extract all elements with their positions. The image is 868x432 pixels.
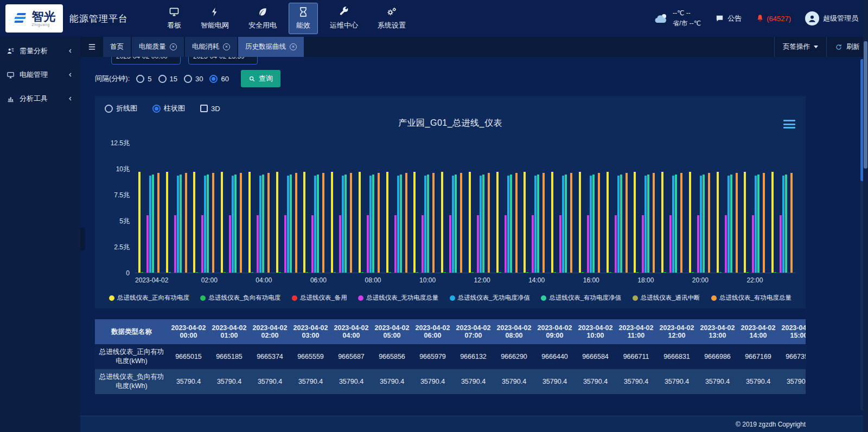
bar — [267, 173, 270, 273]
bar — [311, 215, 314, 273]
tab-energy-consumption[interactable]: 电能消耗 — [185, 37, 237, 57]
bar — [587, 215, 589, 273]
bar — [727, 176, 730, 273]
chevron-left-icon — [67, 95, 74, 102]
interval-filter-row: 间隔(分钟): 5 15 30 60 — [95, 70, 868, 87]
bar — [207, 175, 209, 273]
bar — [224, 272, 226, 273]
sidebar-item-analysis-tools[interactable]: 分析工具 — [0, 87, 80, 111]
bar — [344, 175, 347, 273]
legend-dot-icon — [633, 295, 638, 301]
radio-icon[interactable] — [158, 75, 167, 83]
legend-item[interactable]: 总进线仪表_无功电度净值 — [450, 294, 530, 302]
close-icon[interactable] — [223, 43, 230, 50]
bar — [532, 215, 534, 273]
bar-group — [713, 143, 741, 273]
end-date-input[interactable]: 2023-04-02 23:59 — [188, 57, 258, 65]
nav-item-system-settings[interactable]: 系统设置 — [370, 3, 413, 34]
bar — [394, 215, 397, 273]
interval-option-5[interactable]: 5 — [136, 75, 151, 83]
chevron-left-icon — [67, 48, 74, 54]
radio-icon[interactable] — [105, 105, 113, 113]
start-date-input[interactable]: 2023-04-02 00:00 — [111, 57, 181, 65]
close-icon[interactable] — [290, 43, 297, 50]
close-icon[interactable] — [170, 43, 177, 50]
bar — [276, 172, 278, 273]
chevron-left-icon — [67, 72, 74, 78]
tab-power-quality[interactable]: 电能质量 — [132, 37, 184, 57]
nav-item-energy-efficiency[interactable]: 能效 — [289, 3, 318, 34]
sidebar-item-demand-analysis[interactable]: 需量分析 — [0, 39, 80, 63]
table-cell: 35790.4 — [372, 369, 412, 394]
notice-button[interactable]: 公告 — [715, 14, 742, 23]
bar-group — [768, 143, 796, 273]
legend-item[interactable]: 总进线仪表_无功电度总量 — [358, 294, 438, 302]
nav-item-safe-power[interactable]: 安全用电 — [241, 3, 284, 34]
nav-item-ops-center[interactable]: 运维中心 — [322, 3, 366, 34]
bar — [257, 215, 259, 273]
chart-type-line-option[interactable]: 折线图 — [105, 104, 137, 113]
checkbox-icon[interactable] — [200, 105, 208, 112]
nav-item-dashboard[interactable]: 看板 — [159, 3, 189, 34]
x-tick-label — [441, 276, 468, 284]
legend-item[interactable]: 总进线仪表_通讯中断 — [633, 294, 700, 302]
nav-item-smart-grid[interactable]: 智能电网 — [193, 3, 237, 34]
sidebar-item-label: 需量分析 — [20, 46, 48, 56]
query-button[interactable]: 查询 — [241, 70, 280, 87]
tab-label: 历史数据曲线 — [245, 42, 286, 51]
table-cell: 35790.4 — [290, 369, 331, 394]
legend-dot-icon — [109, 295, 114, 301]
interval-option-30[interactable]: 30 — [184, 75, 203, 83]
legend-item[interactable]: 总进线仪表_有功电度总量 — [711, 294, 792, 302]
bar — [405, 173, 407, 273]
sidebar-item-energy-management[interactable]: 电能管理 — [0, 63, 80, 87]
y-tick-label: 10兆 — [116, 165, 130, 174]
bar — [559, 215, 561, 273]
legend-item[interactable]: 总进线仪表_备用 — [292, 294, 347, 302]
bar — [400, 175, 402, 273]
tab-operations-dropdown[interactable]: 页签操作 — [774, 37, 826, 57]
chart-plot — [135, 143, 796, 273]
table-row-label: 总进线仪表_负向有功电度(kWh) — [95, 369, 168, 394]
chart-type-bar-option[interactable]: 柱状图 — [152, 104, 185, 113]
bar — [626, 173, 628, 273]
table-cell: 9666711 — [616, 344, 656, 369]
chart-export-menu-icon[interactable] — [783, 119, 796, 130]
tab-home[interactable]: 首页 — [103, 37, 131, 57]
chart-3d-option[interactable]: 3D — [200, 105, 220, 113]
radio-icon[interactable] — [184, 75, 192, 83]
bar — [452, 176, 454, 273]
legend-item[interactable]: 总进线仪表_负向有功电度 — [200, 294, 280, 302]
weather-widget[interactable]: --℃ -- 省/市 --℃ — [653, 8, 701, 28]
tab-history-data-curve[interactable]: 历史数据曲线 — [238, 37, 304, 57]
alarm-button[interactable]: (64527) — [756, 14, 791, 23]
search-icon — [248, 75, 256, 82]
bar — [287, 176, 289, 273]
radio-icon[interactable] — [136, 75, 144, 83]
bar — [424, 176, 426, 273]
bell-icon — [756, 14, 764, 23]
bar — [427, 175, 429, 273]
interval-option-15[interactable]: 15 — [158, 75, 177, 83]
bar — [177, 176, 179, 273]
bar — [534, 176, 537, 273]
user-menu[interactable]: 超级管理员 — [805, 11, 858, 25]
legend-item[interactable]: 总进线仪表_有功电度净值 — [541, 294, 621, 302]
legend-item[interactable]: 总进线仪表_正向有功电度 — [109, 294, 189, 302]
table-cell: 35790.4 — [534, 369, 575, 394]
table-header-cell: 2023-04-02 08:00 — [494, 319, 534, 344]
bar — [647, 175, 649, 273]
refresh-button[interactable]: 刷新 — [826, 37, 868, 57]
sidebar-collapse-handle[interactable] — [80, 228, 85, 250]
table-header-cell: 2023-04-02 13:00 — [697, 319, 738, 344]
interval-option-60[interactable]: 60 — [209, 75, 228, 83]
window-scrollbar-thumb[interactable] — [864, 41, 867, 169]
table-row-label: 总进线仪表_正向有功电度(kWh) — [95, 344, 168, 369]
radio-checked-icon[interactable] — [152, 105, 161, 113]
bar — [416, 272, 418, 273]
radio-checked-icon[interactable] — [209, 75, 218, 83]
x-tick-label: 10:00 — [414, 276, 441, 284]
window-scrollbar[interactable] — [863, 0, 868, 432]
hamburger-icon[interactable] — [80, 37, 103, 57]
bar — [359, 172, 361, 273]
